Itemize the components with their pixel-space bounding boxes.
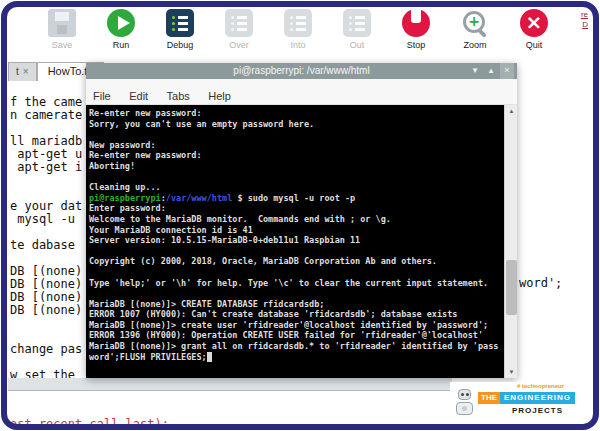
step-out-button[interactable]: Out	[340, 7, 374, 61]
editor-code-text[interactable]: f the came n camerate ll mariadb apt-get…	[10, 96, 82, 382]
terminal-title: pi@raspberrypi: /var/www/html	[233, 65, 369, 76]
toolbar-button-label: Stop	[399, 40, 433, 50]
save-button[interactable]: Save	[45, 7, 79, 61]
screenshot-root: Save Run Debug Over Into Out Stop Zoom	[0, 0, 600, 431]
scrollbar-thumb[interactable]	[506, 260, 517, 315]
minimize-icon[interactable]: ▾	[468, 63, 482, 79]
partial-link-line2: D	[582, 20, 588, 29]
close-icon[interactable]: ×	[500, 63, 514, 79]
terminal-line: pi@raspberrypi:/var/www/html $ sudo mysq…	[89, 193, 501, 204]
terminal-line: ERROR 1007 (HY000): Can't create databas…	[89, 309, 501, 320]
tab-untitled[interactable]: t ×	[8, 62, 37, 81]
step-over-button[interactable]: Over	[222, 7, 256, 61]
terminal-line: Aborting!	[89, 161, 501, 172]
terminal-line: Welcome to the MariaDB monitor. Commands…	[89, 214, 501, 225]
terminal-line: word';FLUSH PRIVILEGES;	[89, 352, 501, 363]
tab-label: t	[16, 66, 19, 77]
terminal-line: Sorry, you can't use an empty password h…	[89, 119, 501, 130]
logo-wordmark: THE ENGINEERING	[478, 392, 575, 404]
terminal-line	[89, 288, 501, 299]
toolbar-button-label: Save	[45, 40, 79, 50]
terminal-line: ERROR 1396 (HY000): Operation CREATE USE…	[89, 330, 501, 341]
terminal-line: MariaDB [(none)]> create user 'rfidreade…	[89, 320, 501, 331]
toolbar-button-label: Out	[340, 40, 374, 50]
terminal-line: Server version: 10.5.15-MariaDB-0+deb11u…	[89, 235, 501, 246]
logo-tagline: # technopreneur	[517, 383, 564, 389]
terminal-window: pi@raspberrypi: /var/www/html ▾ ▴ × File…	[86, 63, 517, 378]
terminal-output[interactable]: ▲ ▼ Re-enter new password:Sorry, you can…	[86, 105, 517, 378]
step-out-icon	[343, 9, 371, 37]
zoom-button[interactable]: Zoom	[458, 7, 492, 61]
terminal-line: MariaDB [(none)]> CREATE DATABASE rfidca…	[89, 299, 501, 310]
terminal-line: Cleaning up...	[89, 182, 501, 193]
logo-the: THE	[478, 392, 500, 404]
toolbar-button-label: Quit	[517, 40, 551, 50]
terminal-line: Type 'help;' or '\h' for help. Type '\c'…	[89, 278, 501, 289]
menu-tabs[interactable]: Tabs	[167, 90, 190, 102]
logo-engineering: ENGINEERING	[500, 392, 575, 404]
quit-button[interactable]: Quit	[517, 7, 551, 61]
run-button[interactable]: Run	[104, 7, 138, 61]
toolbar-button-label: Zoom	[458, 40, 492, 50]
terminal-line	[89, 246, 501, 257]
thonny-toolbar: Save Run Debug Over Into Out Stop Zoom	[8, 7, 592, 61]
scroll-down-icon[interactable]: ▼	[505, 366, 517, 378]
terminal-line: New password:	[89, 140, 501, 151]
toolbar-button-label: Run	[104, 40, 138, 50]
terminal-line: Re-enter new password:	[89, 108, 501, 119]
pane-splitter[interactable]	[8, 378, 452, 391]
toolbar-button-label: Over	[222, 40, 256, 50]
toolbar-button-label: Debug	[163, 40, 197, 50]
engineering-projects-logo: # technopreneur THE ENGINEERING PROJECTS	[450, 382, 566, 425]
debug-icon	[166, 9, 194, 37]
partial-link-text[interactable]: reD	[581, 10, 588, 30]
terminal-menubar: File Edit Tabs Help	[86, 79, 517, 105]
tab-close-icon[interactable]: ×	[23, 66, 29, 77]
debug-button[interactable]: Debug	[163, 7, 197, 61]
zoom-icon	[461, 9, 489, 37]
stop-button[interactable]: Stop	[399, 7, 433, 61]
terminal-titlebar[interactable]: pi@raspberrypi: /var/www/html ▾ ▴ ×	[86, 63, 517, 79]
step-into-icon	[284, 9, 312, 37]
menu-help[interactable]: Help	[208, 90, 231, 102]
logo-projects: PROJECTS	[512, 406, 563, 415]
editor-code-fragment: word';	[519, 277, 562, 290]
stop-icon	[402, 9, 430, 37]
terminal-line: Re-enter new password:	[89, 150, 501, 161]
toolbar-button-label: Into	[281, 40, 315, 50]
maximize-icon[interactable]: ▴	[484, 63, 498, 79]
step-into-button[interactable]: Into	[281, 7, 315, 61]
partial-link-line1: re	[581, 10, 588, 19]
terminal-line	[89, 172, 501, 183]
run-icon	[107, 9, 135, 37]
terminal-scrollbar[interactable]: ▲ ▼	[504, 105, 517, 378]
window-controls: ▾ ▴ ×	[468, 63, 514, 79]
terminal-line: MariaDB [(none)]> grant all on rfidcards…	[89, 341, 501, 352]
menu-edit[interactable]: Edit	[129, 90, 148, 102]
quit-icon	[520, 9, 548, 37]
terminal-line	[89, 129, 501, 140]
menu-file[interactable]: File	[93, 90, 111, 102]
step-over-icon	[225, 9, 253, 37]
save-icon	[48, 9, 76, 37]
terminal-line: Your MariaDB connection id is 41	[89, 225, 501, 236]
terminal-line: Copyright (c) 2000, 2018, Oracle, MariaD…	[89, 256, 501, 267]
terminal-line	[89, 267, 501, 278]
robot-icon	[454, 387, 476, 421]
scroll-up-icon[interactable]: ▲	[505, 105, 517, 117]
terminal-line: Enter password:	[89, 203, 501, 214]
